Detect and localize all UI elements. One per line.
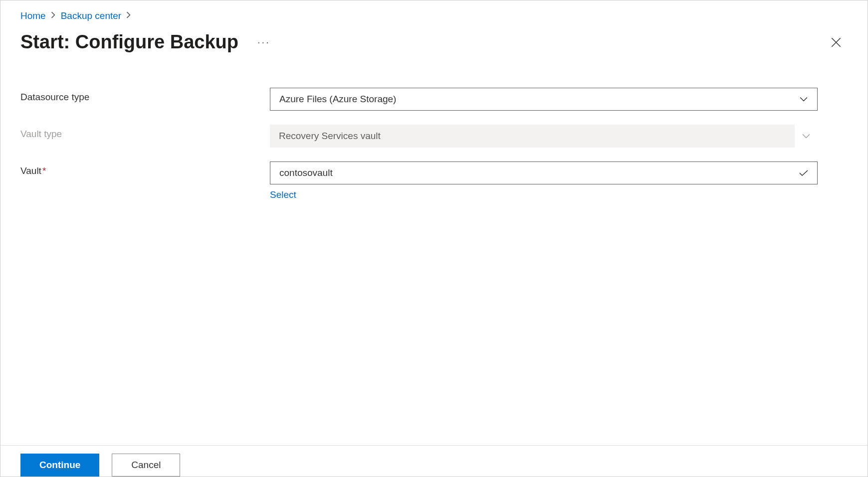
form-row-vault: Vault* contosovault Select bbox=[20, 161, 848, 200]
continue-button[interactable]: Continue bbox=[20, 454, 99, 477]
datasource-type-value: Azure Files (Azure Storage) bbox=[279, 94, 799, 105]
chevron-right-icon bbox=[126, 11, 131, 20]
vault-type-dropdown: Recovery Services vault bbox=[270, 125, 818, 148]
breadcrumb: Home Backup center bbox=[20, 10, 848, 21]
page-title: Start: Configure Backup bbox=[20, 31, 238, 53]
check-icon bbox=[799, 168, 808, 177]
vault-type-label: Vault type bbox=[20, 125, 270, 140]
footer-bar: Continue Cancel bbox=[0, 445, 868, 477]
required-indicator: * bbox=[42, 165, 46, 176]
vault-type-value: Recovery Services vault bbox=[279, 131, 795, 142]
vault-value: contosovault bbox=[279, 167, 799, 178]
form-area: Datasource type Azure Files (Azure Stora… bbox=[20, 88, 848, 200]
datasource-type-dropdown[interactable]: Azure Files (Azure Storage) bbox=[270, 88, 818, 111]
datasource-type-label: Datasource type bbox=[20, 88, 270, 103]
chevron-down-icon bbox=[799, 95, 808, 104]
chevron-down-icon bbox=[795, 125, 818, 148]
vault-input[interactable]: contosovault bbox=[270, 161, 818, 184]
close-button[interactable] bbox=[830, 36, 843, 49]
form-row-datasource: Datasource type Azure Files (Azure Stora… bbox=[20, 88, 848, 111]
vault-label: Vault* bbox=[20, 161, 270, 176]
breadcrumb-backup-center[interactable]: Backup center bbox=[61, 10, 121, 21]
breadcrumb-home[interactable]: Home bbox=[20, 10, 46, 21]
cancel-button[interactable]: Cancel bbox=[112, 454, 180, 477]
select-vault-link[interactable]: Select bbox=[270, 189, 296, 200]
form-row-vault-type: Vault type Recovery Services vault bbox=[20, 125, 848, 148]
more-options-icon[interactable]: ··· bbox=[253, 36, 274, 48]
chevron-right-icon bbox=[51, 11, 56, 20]
